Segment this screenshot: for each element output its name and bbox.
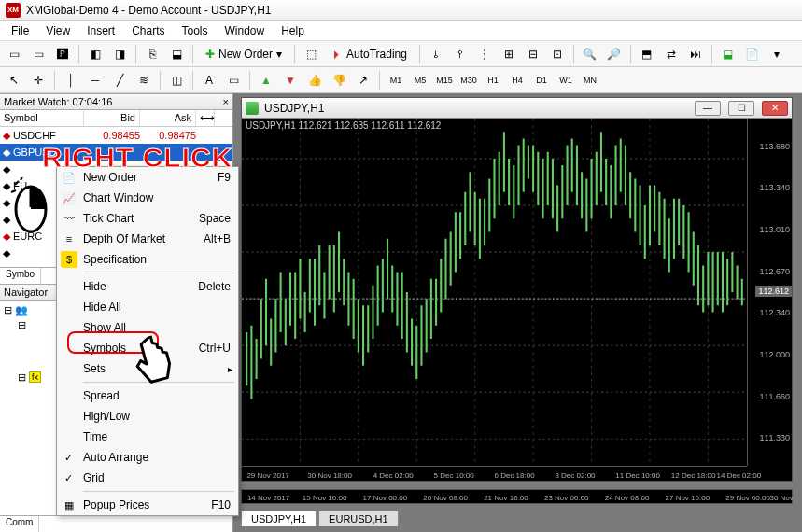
hline-icon[interactable]: ─ [85,70,106,91]
tf-m1[interactable]: M1 [386,72,406,89]
current-price-tag: 112.612 [755,286,792,297]
crosshair-icon[interactable]: ✛ [28,70,49,91]
toolbar-icon[interactable]: ⇄ [661,44,682,64]
app-titlebar: XM XMGlobal-Demo 4 - Demo Account - USDJ… [0,0,802,21]
ctx-sets[interactable]: Sets [57,358,238,379]
toolbar-icon[interactable]: ⋮ [474,44,495,64]
toolbar-icon[interactable]: ⬓ [718,44,739,64]
text-icon[interactable]: A [199,70,219,91]
toolbar-icon[interactable]: ⎘ [142,44,162,64]
ctx-tick-chart[interactable]: 〰Tick ChartSpace [57,208,238,229]
trendline-icon[interactable]: ╱ [109,70,130,91]
tf-m15[interactable]: M15 [434,72,455,89]
menu-charts[interactable]: Charts [124,22,172,39]
tf-h1[interactable]: H1 [483,72,503,89]
minimize-button[interactable]: — [695,101,721,116]
ctx-auto-arrange[interactable]: Auto Arrange [57,447,238,468]
ctx-time[interactable]: Time [57,427,238,447]
toolbar-icon[interactable]: ⫯ [450,44,471,64]
chart-icon [246,102,259,115]
chart-body[interactable]: USDJPY,H1 112.621 112.635 112.611 112.61… [242,119,792,481]
ctx-hide-all[interactable]: Hide All [57,297,238,317]
tf-m5[interactable]: M5 [410,72,430,89]
ctx-high-low[interactable]: High/Low [57,406,238,427]
close-button[interactable]: ✕ [762,101,788,116]
context-menu: 📄New OrderF9 📈Chart Window 〰Tick ChartSp… [56,166,239,516]
ctx-popup-prices[interactable]: ▦Popup PricesF10 [57,495,238,515]
toolbar-icon[interactable]: 📄 [742,44,763,64]
tf-w1[interactable]: W1 [556,72,576,89]
menubar: File View Insert Charts Tools Window Hel… [0,21,802,41]
tf-h4[interactable]: H4 [507,72,528,89]
market-watch-title: Market Watch: 07:04:16 [4,96,112,107]
tab-common[interactable]: Comm [0,516,39,532]
chart-window: USDJPY,H1 — ☐ ✕ USDJPY,H1 112.621 112.63… [241,97,793,482]
ctx-hide[interactable]: HideDelete [57,276,238,297]
fib-icon[interactable]: ◫ [166,70,187,91]
ctx-depth-of-market[interactable]: ≡Depth Of MarketAlt+B [57,229,238,249]
thumb-up-icon[interactable]: 👍 [304,70,325,91]
tab-usdjpy[interactable]: USDJPY,H1 [241,511,317,526]
annotation-right-click: RIGHT CLICK [42,142,232,174]
arrow-down-icon[interactable]: ▼ [280,70,301,91]
menu-window[interactable]: Window [218,22,273,39]
app-logo-icon: XM [6,3,21,18]
label-icon[interactable]: ▭ [223,70,244,91]
toolbar-icon[interactable]: ⬚ [301,44,321,64]
market-watch-header[interactable]: Market Watch: 07:04:16 × [0,93,232,110]
channel-icon[interactable]: ≋ [134,70,154,91]
toolbar-icon[interactable]: ◧ [85,44,106,64]
menu-file[interactable]: File [4,22,36,39]
toolbar-icon[interactable]: ⬓ [166,44,187,64]
toolbar-icon[interactable]: ▾ [767,44,787,64]
chart-window-titlebar[interactable]: USDJPY,H1 — ☐ ✕ [242,98,792,119]
thumb-down-icon[interactable]: 👎 [329,70,349,91]
toolbar-icon[interactable]: ◨ [109,44,130,64]
ctx-symbols[interactable]: SymbolsCtrl+U [57,338,238,358]
chart-window-title: USDJPY,H1 [264,102,324,115]
ctx-show-all[interactable]: Show All [57,317,238,338]
toolbar-icon[interactable]: ⊟ [523,44,543,64]
tf-d1[interactable]: D1 [531,72,552,89]
menu-insert[interactable]: Insert [79,22,122,39]
autotrading-button[interactable]: ⏵AutoTrading [325,45,414,63]
chart-tabs: USDJPY,H1 EURUSD,H1 [241,511,401,526]
toolbar-icon[interactable]: ⊞ [499,44,519,64]
toolbar-icon[interactable]: ⏭ [685,44,706,64]
toolbar-icon[interactable]: ⊡ [547,44,568,64]
close-icon[interactable]: × [223,96,229,107]
toolbar-icon[interactable]: 🅿 [52,44,73,64]
ctx-specification[interactable]: $Specification [57,249,238,270]
ctx-grid[interactable]: Grid [57,468,238,488]
toolbar-icon[interactable]: ⬒ [637,44,657,64]
arrow-up-icon[interactable]: ▲ [256,70,276,91]
chart-x-axis: 29 Nov 2017 30 Nov 18:00 4 Dec 02:00 5 D… [242,466,747,481]
toolbar-2: ↖ ✛ │ ─ ╱ ≋ ◫ A ▭ ▲ ▼ 👍 👎 ↗ M1 M5 M15 M3… [0,67,802,93]
toolbar-icon[interactable]: 🔎 [604,44,625,64]
vline-icon[interactable]: │ [61,70,81,91]
ctx-chart-window[interactable]: 📈Chart Window [57,188,238,208]
arrow-icon[interactable]: ↗ [353,70,373,91]
toolbar-icon[interactable]: ▭ [28,44,49,64]
tab-eurusd[interactable]: EURUSD,H1 [318,511,399,526]
tf-m30[interactable]: M30 [458,72,479,89]
toolbar-icon[interactable]: ▭ [4,44,24,64]
menu-view[interactable]: View [38,22,77,39]
chart-y-axis: 113.680 113.340 113.010 112.670 112.612 … [747,119,792,466]
mouse-icon [9,177,52,245]
cursor-icon[interactable]: ↖ [4,70,24,91]
ctx-spread[interactable]: Spread [57,385,238,406]
chart-area: USDJPY,H1 — ☐ ✕ USDJPY,H1 112.621 112.63… [233,93,802,532]
tab-symbols[interactable]: Symbo [0,268,41,284]
menu-help[interactable]: Help [274,22,312,39]
market-watch-columns: Symbol Bid Ask ⟷ [0,110,232,127]
new-order-button[interactable]: ✚New Order▾ [199,45,288,63]
toolbar-1: ▭ ▭ 🅿 ◧ ◨ ⎘ ⬓ ✚New Order▾ ⬚ ⏵AutoTrading… [0,41,802,67]
toolbar-icon[interactable]: ⫰ [426,44,446,64]
app-title: XMGlobal-Demo 4 - Demo Account - USDJPY,… [26,4,272,17]
toolbar-icon[interactable]: 🔍 [580,44,600,64]
tf-mn[interactable]: MN [580,72,600,89]
menu-tools[interactable]: Tools [175,22,216,39]
maximize-button[interactable]: ☐ [728,101,754,116]
navigator-title: Navigator [4,287,48,298]
